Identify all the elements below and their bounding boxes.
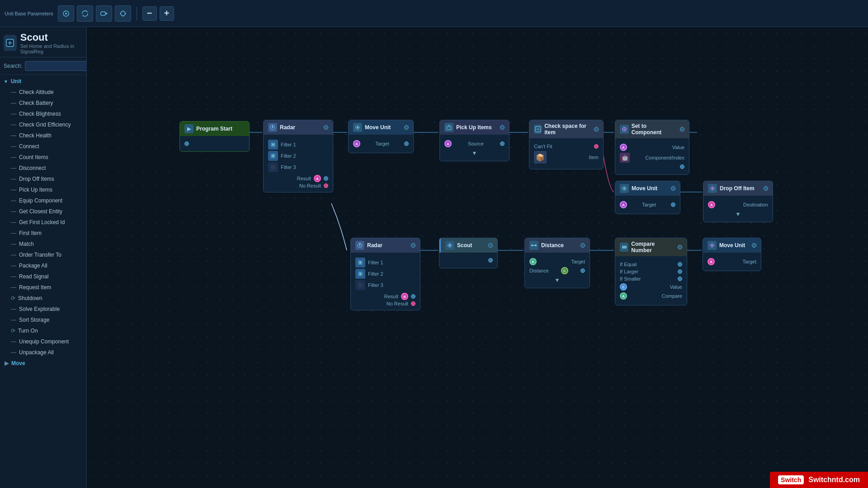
node-program-start[interactable]: ▶ Program Start xyxy=(179,121,250,152)
svg-point-33 xyxy=(623,129,625,130)
distance-title: Distance xyxy=(541,242,564,249)
scout-input[interactable] xyxy=(488,243,493,248)
canvas-area[interactable]: ▶ Program Start Radar xyxy=(87,27,868,488)
move-br-input[interactable] xyxy=(752,243,756,248)
node-move-unit-mid[interactable]: Move Unit A Target xyxy=(615,181,680,214)
item-label: Item xyxy=(589,155,599,160)
sidebar-item-match[interactable]: —Match xyxy=(0,239,86,249)
result-label-b: Result xyxy=(384,294,398,299)
sidebar-item-count-items[interactable]: —Count Items xyxy=(0,152,86,163)
drop-off-input[interactable] xyxy=(764,186,768,191)
move-br-target-port[interactable]: A xyxy=(708,258,715,265)
compare-compare-port[interactable]: A xyxy=(620,292,627,300)
sidebar-item-check-blightness[interactable]: —Check Blightness xyxy=(0,108,86,119)
sidebar-item-package-all[interactable]: —Package All xyxy=(0,260,86,271)
compare-value-port[interactable]: C xyxy=(620,283,627,291)
move-top-output[interactable] xyxy=(404,141,409,146)
set-output-port[interactable] xyxy=(680,164,684,169)
node-compare-number[interactable]: Compare Number If Equal If Larger If Sma… xyxy=(615,238,687,305)
destination-row: A Destination xyxy=(708,201,768,208)
sidebar-item-order-transfer-to[interactable]: —Order Transfer To xyxy=(0,249,86,260)
scout-output[interactable] xyxy=(488,258,493,263)
zoom-in-button[interactable]: + xyxy=(160,6,174,21)
dist-output-port[interactable]: C xyxy=(561,267,568,274)
sidebar-item-check-grid-efficiency[interactable]: —Check Grid Efficiency xyxy=(0,119,86,130)
target-row: A Target xyxy=(353,140,409,147)
check-space-input[interactable] xyxy=(594,127,599,131)
filter1-icon xyxy=(268,140,278,150)
node-set-to-component[interactable]: Set to Component A Value 🤖 Component/Ind… xyxy=(615,120,689,175)
toolbar-icon-refresh[interactable] xyxy=(77,5,93,22)
pickup-input[interactable] xyxy=(500,125,505,130)
distance-body: A Target Distance C ▼ xyxy=(525,253,590,288)
item-icon: — xyxy=(11,208,16,215)
sidebar-item-sort-storage[interactable]: —Sort Storage xyxy=(0,314,86,325)
sidebar-item-first-item[interactable]: —First Item xyxy=(0,228,86,239)
node-radar-bottom[interactable]: Radar Filter 1 Filter 2 xyxy=(350,238,420,310)
sidebar-item-check-altitude[interactable]: —Check Altitude xyxy=(0,87,86,98)
set-component-icon xyxy=(620,125,629,134)
sidebar-item-disconnect[interactable]: —Disconnect xyxy=(0,163,86,174)
sidebar-item-unpackage-all[interactable]: —Unpackage All xyxy=(0,347,86,358)
if-equal-port[interactable] xyxy=(678,262,682,267)
node-move-unit-top[interactable]: Move Unit A Target xyxy=(348,120,414,153)
item-icon: — xyxy=(11,284,16,291)
node-check-space[interactable]: Check space for item Can't Fit 📦 Item xyxy=(529,120,604,169)
move-mid-target-port[interactable]: A xyxy=(620,201,627,208)
node-drop-off-item[interactable]: Drop Off Item A Destination ▼ xyxy=(703,181,773,222)
sidebar-item-pick-up-items[interactable]: —Pick Up Items xyxy=(0,184,86,195)
sidebar-item-move[interactable]: ▶Move xyxy=(0,358,86,369)
toolbar-icon-circle[interactable] xyxy=(58,5,74,22)
node-distance[interactable]: Distance A Target Distance C ▼ xyxy=(524,238,590,288)
toolbar-icon-crosshair[interactable] xyxy=(115,5,131,22)
if-smaller-label: If Smaller xyxy=(620,276,641,282)
sidebar-item-drop-off-items[interactable]: —Drop Off Items xyxy=(0,174,86,184)
sidebar-item-check-health[interactable]: —Check Health xyxy=(0,130,86,141)
sidebar-item-shutdown[interactable]: ⟳Shutdown xyxy=(0,293,86,304)
node-pickup-items[interactable]: Pick Up Items A Source ▼ xyxy=(439,120,509,161)
compare-input[interactable] xyxy=(678,245,682,249)
sidebar-item-solve-explorable[interactable]: —Solve Explorable xyxy=(0,304,86,314)
distance-input[interactable] xyxy=(580,243,585,248)
sidebar-item-connect[interactable]: —Connect xyxy=(0,141,86,152)
dist-target-port[interactable]: A xyxy=(529,258,537,265)
output-port[interactable] xyxy=(324,176,328,181)
sidebar-item-read-signal[interactable]: —Read Signal xyxy=(0,271,86,282)
move-mid-output[interactable] xyxy=(671,202,675,207)
zoom-out-button[interactable]: − xyxy=(142,6,157,21)
radar-bottom-output[interactable] xyxy=(411,294,415,299)
result-port[interactable]: A xyxy=(314,175,321,182)
toolbar-icon-tag[interactable] xyxy=(96,5,112,22)
target-port[interactable]: A xyxy=(353,140,360,147)
check-space-header: Check space for item xyxy=(529,120,603,138)
result-port-b[interactable]: A xyxy=(401,293,408,300)
node-scout[interactable]: Scout xyxy=(439,238,498,268)
radar-top-input-port[interactable] xyxy=(324,125,328,130)
node-move-unit-br[interactable]: Move Unit A Target xyxy=(703,238,761,271)
pickup-output[interactable] xyxy=(500,141,505,146)
move-mid-input[interactable] xyxy=(671,186,675,191)
no-result-port-b[interactable] xyxy=(411,301,415,306)
destination-port[interactable]: A xyxy=(708,201,715,208)
output-port[interactable] xyxy=(184,141,189,146)
source-port[interactable]: A xyxy=(444,140,452,147)
sidebar-item-equip-component[interactable]: —Equip Component xyxy=(0,195,86,206)
dist-main-output[interactable] xyxy=(580,268,585,273)
if-smaller-row: If Smaller xyxy=(620,276,682,282)
sidebar-category-unit[interactable]: ▼ Unit xyxy=(0,76,86,87)
sidebar-item-get-closest-entity[interactable]: —Get Closest Entity xyxy=(0,206,86,217)
set-component-input[interactable] xyxy=(680,127,684,131)
sidebar-item-request-item[interactable]: —Request Item xyxy=(0,282,86,293)
no-result-port[interactable] xyxy=(324,183,328,188)
value-port[interactable]: A xyxy=(620,144,627,151)
move-top-input[interactable] xyxy=(404,125,409,130)
cant-fit-port[interactable] xyxy=(594,144,599,149)
if-larger-port[interactable] xyxy=(678,269,682,274)
sidebar-item-get-first-locked-id[interactable]: —Get First Locked Id xyxy=(0,217,86,228)
sidebar-item-unequip-component[interactable]: —Unequip Component xyxy=(0,336,86,347)
if-smaller-port[interactable] xyxy=(678,277,682,281)
sidebar-item-turn-on[interactable]: ⟳Turn On xyxy=(0,325,86,336)
radar-bottom-input[interactable] xyxy=(411,243,415,248)
sidebar-item-check-battery[interactable]: —Check Battery xyxy=(0,98,86,108)
node-radar-top[interactable]: Radar Filter 1 Filter 2 xyxy=(263,120,333,192)
